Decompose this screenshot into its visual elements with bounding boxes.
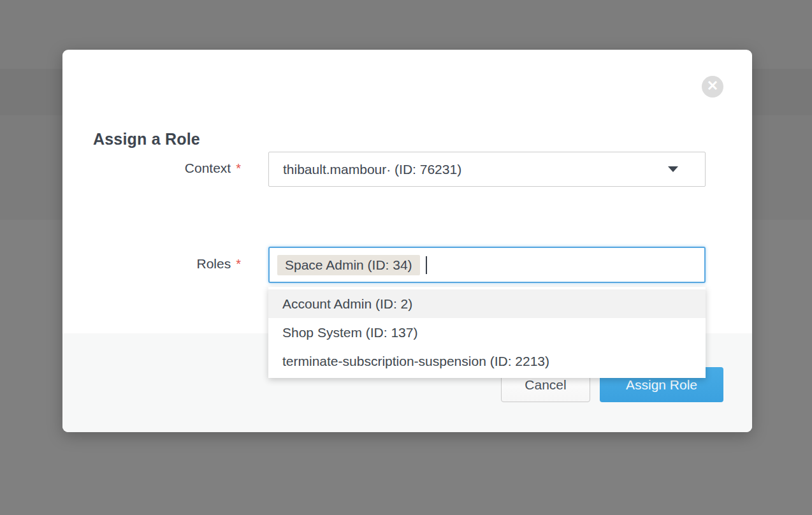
context-required-asterisk: * bbox=[236, 161, 241, 175]
role-option-terminate-subscription-suspension[interactable]: terminate-subscription-suspension (ID: 2… bbox=[268, 347, 706, 375]
context-select[interactable]: thibault.mambour· (ID: 76231) bbox=[268, 152, 706, 187]
close-button[interactable]: ✕ bbox=[702, 76, 723, 98]
role-option-shop-system[interactable]: Shop System (ID: 137) bbox=[268, 318, 706, 347]
role-option-account-admin[interactable]: Account Admin (ID: 2) bbox=[268, 289, 706, 318]
context-label: Context* bbox=[88, 161, 241, 176]
context-select-value: thibault.mambour· (ID: 76231) bbox=[283, 162, 668, 177]
chevron-down-icon bbox=[668, 166, 678, 172]
modal-title: Assign a Role bbox=[93, 130, 200, 149]
close-icon: ✕ bbox=[707, 79, 718, 93]
assign-role-modal: Assign a Role ✕ Context* thibault.mambou… bbox=[62, 50, 752, 432]
roles-label: Roles* bbox=[88, 256, 241, 272]
text-cursor bbox=[426, 256, 427, 274]
roles-multiselect-input[interactable]: Space Admin (ID: 34) bbox=[268, 247, 706, 283]
selected-role-tag[interactable]: Space Admin (ID: 34) bbox=[277, 255, 420, 275]
roles-required-asterisk: * bbox=[236, 257, 241, 271]
context-label-text: Context bbox=[185, 161, 231, 175]
roles-options-dropdown: Account Admin (ID: 2) Shop System (ID: 1… bbox=[268, 287, 706, 378]
roles-label-text: Roles bbox=[197, 256, 231, 271]
